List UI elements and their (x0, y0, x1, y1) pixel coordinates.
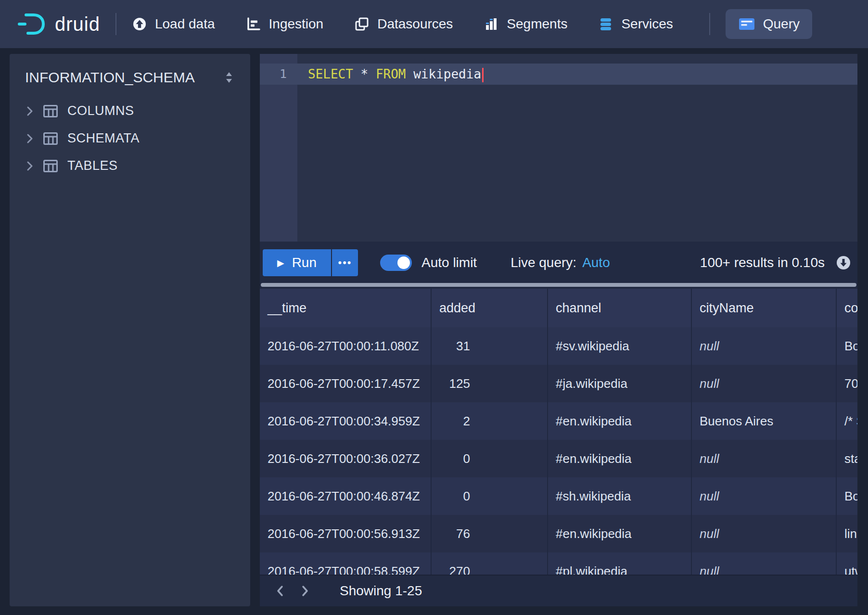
cell-channel: #sh.wikipedia (548, 477, 692, 515)
download-results-icon[interactable] (835, 255, 852, 271)
column-header-channel[interactable]: channel (548, 289, 692, 327)
table-row: 2016-06-27T00:00:56.913Z 76 #en.wikipedi… (260, 515, 857, 552)
top-navbar: druid Load data Ingestion (0, 0, 868, 48)
run-button-group: ▶ Run ••• (263, 249, 358, 276)
column-header-comment[interactable]: co (837, 289, 857, 327)
showing-range-label: Showing 1-25 (340, 583, 422, 599)
table-row: 2016-06-27T00:00:36.027Z 0 #en.wikipedia… (260, 440, 857, 477)
run-more-options-button[interactable]: ••• (332, 249, 358, 276)
ingestion-chart-icon (246, 16, 261, 32)
live-query-label: Live query: (511, 255, 576, 270)
druid-logo-icon (17, 12, 48, 36)
results-info: 100+ results in 0.10s (700, 255, 825, 270)
cell-cityname: Buenos Aires (692, 402, 837, 440)
sidebar-item-schemata[interactable]: SCHEMATA (10, 125, 250, 152)
cell-comment: sta (837, 440, 857, 477)
datasources-icon (354, 16, 370, 32)
next-page-chevron-icon[interactable] (293, 578, 318, 603)
results-table: __time added channel cityName co 2016-06… (260, 289, 857, 575)
nav-item-label: Ingestion (269, 16, 324, 32)
query-console-icon (738, 16, 755, 32)
text-cursor (482, 68, 484, 82)
nav-item-label: Datasources (377, 16, 453, 32)
schema-title: INFORMATION_SCHEMA (25, 69, 195, 86)
cell-added: 270 (432, 552, 548, 575)
nav-item-datasources[interactable]: Datasources (354, 16, 453, 32)
table-row: 2016-06-27T00:00:58.599Z 270 #pl.wikiped… (260, 552, 857, 575)
druid-brand: druid (17, 12, 100, 36)
cell-channel: #ja.wikipedia (548, 365, 692, 402)
cell-comment: Bo (837, 327, 857, 365)
auto-limit-toggle[interactable] (380, 255, 412, 271)
cell-comment: /* S (837, 402, 857, 440)
cell-comment: Bo (837, 477, 857, 515)
cell-cityname: null (692, 515, 837, 552)
results-header-row: __time added channel cityName co (260, 289, 857, 327)
table-row: 2016-06-27T00:00:46.874Z 0 #sh.wikipedia… (260, 477, 857, 515)
nav-item-label: Query (763, 16, 800, 32)
navbar-items: Load data Ingestion Datasources (132, 16, 673, 32)
nav-item-load-data[interactable]: Load data (132, 16, 215, 32)
column-header-time[interactable]: __time (260, 289, 432, 327)
cell-time: 2016-06-27T00:00:58.599Z (260, 552, 432, 575)
cell-comment: 70: (837, 365, 857, 402)
sidebar-item-label: TABLES (67, 158, 118, 173)
nav-item-label: Services (621, 16, 673, 32)
play-icon: ▶ (277, 258, 284, 268)
table-row: 2016-06-27T00:00:17.457Z 125 #ja.wikiped… (260, 365, 857, 402)
nav-item-services[interactable]: Services (598, 16, 673, 32)
schema-header: INFORMATION_SCHEMA (10, 54, 250, 97)
sql-star: * (361, 67, 369, 81)
table-icon (43, 132, 58, 145)
cell-time: 2016-06-27T00:00:11.080Z (260, 327, 432, 365)
query-toolbar: ▶ Run ••• Auto limit Live query: Auto 10… (260, 244, 857, 281)
cell-added: 31 (432, 327, 548, 365)
cell-added: 0 (432, 477, 548, 515)
sql-editor[interactable]: 1 SELECT * FROM wikipedia (260, 54, 857, 242)
pagination-bar: Showing 1-25 (260, 575, 857, 606)
nav-item-query[interactable]: Query (726, 9, 812, 39)
cell-channel: #pl.wikipedia (548, 552, 692, 575)
cell-time: 2016-06-27T00:00:56.913Z (260, 515, 432, 552)
nav-item-segments[interactable]: Segments (484, 16, 567, 32)
nav-item-ingestion[interactable]: Ingestion (246, 16, 324, 32)
chevron-right-icon (26, 133, 34, 144)
cell-cityname: null (692, 327, 837, 365)
horizontal-scrollbar[interactable] (261, 283, 856, 287)
sidebar-item-tables[interactable]: TABLES (10, 152, 250, 179)
cell-added: 125 (432, 365, 548, 402)
navbar-right: Query (694, 9, 812, 39)
table-icon (43, 105, 58, 117)
query-main-panel: 1 SELECT * FROM wikipedia ▶ Run ••• Auto… (260, 54, 857, 606)
schema-sidebar: INFORMATION_SCHEMA COLUMNS (10, 54, 250, 606)
prev-page-chevron-icon[interactable] (268, 578, 293, 603)
run-button[interactable]: ▶ Run (263, 249, 331, 276)
column-header-added[interactable]: added (432, 289, 548, 327)
cell-channel: #en.wikipedia (548, 402, 692, 440)
cell-comment: lin (837, 515, 857, 552)
cell-time: 2016-06-27T00:00:34.959Z (260, 402, 432, 440)
cell-added: 76 (432, 515, 548, 552)
table-row: 2016-06-27T00:00:34.959Z 2 #en.wikipedia… (260, 402, 857, 440)
cell-cityname: null (692, 477, 837, 515)
live-query-value[interactable]: Auto (582, 255, 610, 270)
chevron-right-icon (26, 106, 34, 116)
cell-cityname: null (692, 440, 837, 477)
cell-cityname: null (692, 365, 837, 402)
toggle-knob (397, 256, 410, 269)
navbar-divider (115, 13, 116, 35)
sidebar-item-columns[interactable]: COLUMNS (10, 97, 250, 125)
nav-item-label: Segments (507, 16, 567, 32)
segments-bar-chart-icon (484, 16, 499, 32)
editor-line-number: 1 (260, 64, 287, 85)
cell-time: 2016-06-27T00:00:36.027Z (260, 440, 432, 477)
sort-double-caret-icon[interactable] (224, 71, 234, 84)
auto-limit-label: Auto limit (421, 255, 477, 270)
cell-cityname: null (692, 552, 837, 575)
cell-time: 2016-06-27T00:00:17.457Z (260, 365, 432, 402)
sql-table-name: wikipedia (413, 67, 481, 81)
column-header-cityname[interactable]: cityName (692, 289, 837, 327)
navbar-divider (709, 13, 710, 35)
sql-keyword: FROM (376, 67, 406, 81)
services-database-icon (598, 16, 613, 32)
